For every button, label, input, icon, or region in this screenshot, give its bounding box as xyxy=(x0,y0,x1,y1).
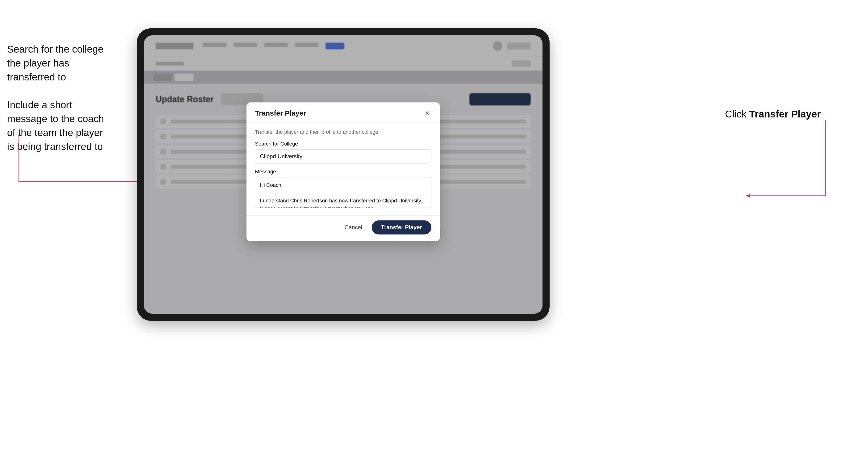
tablet-device: Update Roster xyxy=(137,28,550,321)
dialog-footer: Cancel Transfer Player xyxy=(247,215,440,241)
dialog-header: Transfer Player ✕ xyxy=(247,102,440,122)
transfer-player-button[interactable]: Transfer Player xyxy=(372,220,431,235)
annotation-right: Click Transfer Player xyxy=(725,108,821,120)
annotation-transfer-bold: Transfer Player xyxy=(749,108,821,120)
tablet-screen: Update Roster xyxy=(144,35,542,314)
message-textarea[interactable] xyxy=(255,177,431,208)
dialog-body: Transfer the player and their profile to… xyxy=(247,122,440,215)
transfer-player-dialog: Transfer Player ✕ Transfer the player an… xyxy=(247,102,440,241)
dialog-close-button[interactable]: ✕ xyxy=(423,109,431,118)
search-college-label: Search for College xyxy=(255,141,431,147)
message-label: Message xyxy=(255,168,431,175)
arrow-left-icon xyxy=(7,134,149,205)
dialog-subtitle: Transfer the player and their profile to… xyxy=(255,129,431,135)
dialog-title: Transfer Player xyxy=(255,109,423,117)
svg-marker-5 xyxy=(745,194,750,197)
annotation-search-text: Search for the college the player has tr… xyxy=(7,42,106,84)
arrow-right-icon xyxy=(736,120,835,210)
cancel-button[interactable]: Cancel xyxy=(340,221,367,234)
search-college-input[interactable] xyxy=(255,149,431,163)
